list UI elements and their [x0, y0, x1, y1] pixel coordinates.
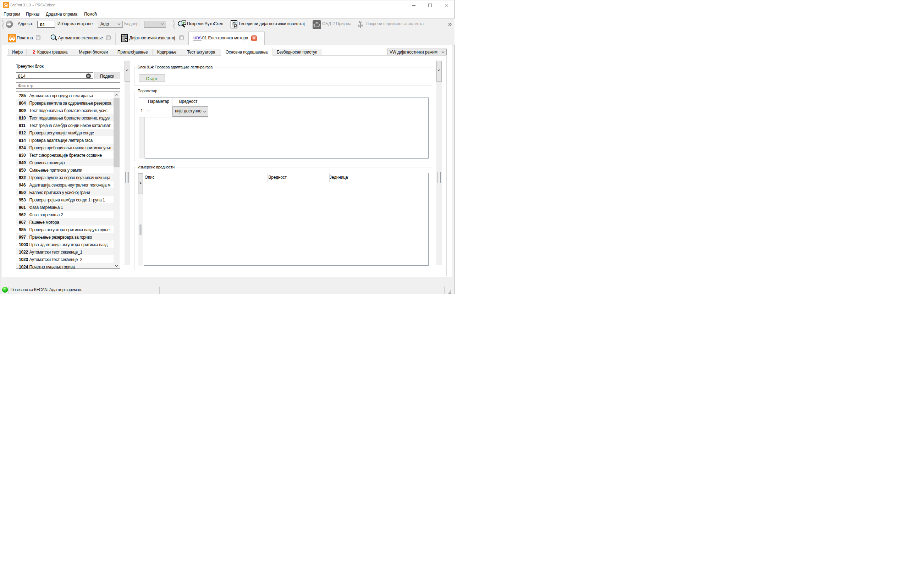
svg-text:OBD: OBD	[122, 35, 127, 37]
svg-text:OBD: OBD	[232, 21, 237, 23]
